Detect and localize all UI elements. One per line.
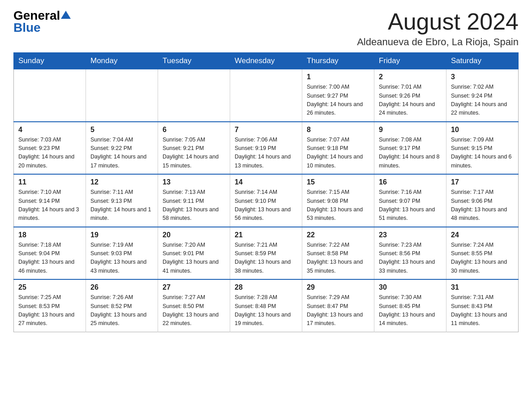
day-info: Sunrise: 7:07 AM Sunset: 9:18 PM Dayligh… [307,136,369,171]
day-cell: 20Sunrise: 7:20 AM Sunset: 9:01 PM Dayli… [158,227,230,280]
header-sunday: Sunday [14,53,86,69]
day-info: Sunrise: 7:18 AM Sunset: 9:04 PM Dayligh… [18,241,81,276]
day-info: Sunrise: 7:23 AM Sunset: 8:56 PM Dayligh… [379,241,442,276]
day-number: 14 [235,178,297,186]
day-number: 1 [307,73,369,81]
day-cell: 10Sunrise: 7:09 AM Sunset: 9:15 PM Dayli… [446,122,519,175]
day-cell: 25Sunrise: 7:25 AM Sunset: 8:53 PM Dayli… [14,279,86,332]
day-number: 3 [451,73,514,81]
svg-marker-0 [61,11,71,19]
calendar-table: SundayMondayTuesdayWednesdayThursdayFrid… [13,52,519,332]
day-info: Sunrise: 7:05 AM Sunset: 9:21 PM Dayligh… [163,136,225,171]
day-info: Sunrise: 7:28 AM Sunset: 8:48 PM Dayligh… [235,293,297,328]
day-cell: 11Sunrise: 7:10 AM Sunset: 9:14 PM Dayli… [14,174,86,227]
week-row-1: 1Sunrise: 7:00 AM Sunset: 9:27 PM Daylig… [14,69,519,122]
logo-blue: Blue [13,21,71,35]
day-cell: 1Sunrise: 7:00 AM Sunset: 9:27 PM Daylig… [302,69,374,122]
day-info: Sunrise: 7:24 AM Sunset: 8:55 PM Dayligh… [451,241,514,276]
day-number: 16 [379,178,442,186]
day-number: 30 [379,283,442,291]
day-info: Sunrise: 7:17 AM Sunset: 9:06 PM Dayligh… [451,188,514,223]
day-number: 2 [379,73,442,81]
title-block: August 2024 Aldeanueva de Ebro, La Rioja… [357,9,519,48]
day-cell: 12Sunrise: 7:11 AM Sunset: 9:13 PM Dayli… [86,174,158,227]
day-number: 18 [18,231,81,239]
day-cell: 7Sunrise: 7:06 AM Sunset: 9:19 PM Daylig… [230,122,302,175]
header-saturday: Saturday [446,53,519,69]
day-number: 10 [451,126,514,134]
day-info: Sunrise: 7:02 AM Sunset: 9:24 PM Dayligh… [451,83,514,118]
day-info: Sunrise: 7:20 AM Sunset: 9:01 PM Dayligh… [163,241,225,276]
day-cell: 13Sunrise: 7:13 AM Sunset: 9:11 PM Dayli… [158,174,230,227]
day-cell [230,69,302,122]
day-cell: 18Sunrise: 7:18 AM Sunset: 9:04 PM Dayli… [14,227,86,280]
day-info: Sunrise: 7:31 AM Sunset: 8:43 PM Dayligh… [451,293,514,328]
day-info: Sunrise: 7:26 AM Sunset: 8:52 PM Dayligh… [90,293,153,328]
week-row-4: 18Sunrise: 7:18 AM Sunset: 9:04 PM Dayli… [14,227,519,280]
day-info: Sunrise: 7:00 AM Sunset: 9:27 PM Dayligh… [307,83,369,118]
day-cell: 30Sunrise: 7:30 AM Sunset: 8:45 PM Dayli… [374,279,446,332]
day-number: 24 [451,231,514,239]
day-info: Sunrise: 7:29 AM Sunset: 8:47 PM Dayligh… [307,293,369,328]
day-number: 9 [379,126,442,134]
day-info: Sunrise: 7:04 AM Sunset: 9:22 PM Dayligh… [90,136,153,171]
day-number: 28 [235,283,297,291]
day-number: 22 [307,231,369,239]
day-cell: 31Sunrise: 7:31 AM Sunset: 8:43 PM Dayli… [446,279,519,332]
week-row-3: 11Sunrise: 7:10 AM Sunset: 9:14 PM Dayli… [14,174,519,227]
day-number: 26 [90,283,153,291]
day-info: Sunrise: 7:15 AM Sunset: 9:08 PM Dayligh… [307,188,369,223]
day-cell: 14Sunrise: 7:14 AM Sunset: 9:10 PM Dayli… [230,174,302,227]
day-cell: 29Sunrise: 7:29 AM Sunset: 8:47 PM Dayli… [302,279,374,332]
day-cell: 8Sunrise: 7:07 AM Sunset: 9:18 PM Daylig… [302,122,374,175]
day-info: Sunrise: 7:10 AM Sunset: 9:14 PM Dayligh… [18,188,81,223]
day-cell: 27Sunrise: 7:27 AM Sunset: 8:50 PM Dayli… [158,279,230,332]
day-cell: 16Sunrise: 7:16 AM Sunset: 9:07 PM Dayli… [374,174,446,227]
day-info: Sunrise: 7:01 AM Sunset: 9:26 PM Dayligh… [379,83,442,118]
day-number: 21 [235,231,297,239]
day-cell: 24Sunrise: 7:24 AM Sunset: 8:55 PM Dayli… [446,227,519,280]
day-cell: 26Sunrise: 7:26 AM Sunset: 8:52 PM Dayli… [86,279,158,332]
day-number: 5 [90,126,153,134]
day-number: 4 [18,126,81,134]
day-number: 13 [163,178,225,186]
day-number: 25 [18,283,81,291]
day-cell: 9Sunrise: 7:08 AM Sunset: 9:17 PM Daylig… [374,122,446,175]
location-title: Aldeanueva de Ebro, La Rioja, Spain [357,36,519,48]
day-info: Sunrise: 7:27 AM Sunset: 8:50 PM Dayligh… [163,293,225,328]
day-cell: 21Sunrise: 7:21 AM Sunset: 8:59 PM Dayli… [230,227,302,280]
day-cell: 2Sunrise: 7:01 AM Sunset: 9:26 PM Daylig… [374,69,446,122]
day-info: Sunrise: 7:06 AM Sunset: 9:19 PM Dayligh… [235,136,297,171]
day-cell: 6Sunrise: 7:05 AM Sunset: 9:21 PM Daylig… [158,122,230,175]
week-row-5: 25Sunrise: 7:25 AM Sunset: 8:53 PM Dayli… [14,279,519,332]
day-cell [14,69,86,122]
day-number: 23 [379,231,442,239]
day-number: 12 [90,178,153,186]
day-number: 7 [235,126,297,134]
month-title: August 2024 [357,9,519,34]
day-info: Sunrise: 7:22 AM Sunset: 8:58 PM Dayligh… [307,241,369,276]
day-info: Sunrise: 7:03 AM Sunset: 9:23 PM Dayligh… [18,136,81,171]
header-wednesday: Wednesday [230,53,302,69]
day-number: 31 [451,283,514,291]
day-number: 27 [163,283,225,291]
day-info: Sunrise: 7:25 AM Sunset: 8:53 PM Dayligh… [18,293,81,328]
day-number: 11 [18,178,81,186]
day-number: 15 [307,178,369,186]
day-cell: 3Sunrise: 7:02 AM Sunset: 9:24 PM Daylig… [446,69,519,122]
header-tuesday: Tuesday [158,53,230,69]
day-cell: 5Sunrise: 7:04 AM Sunset: 9:22 PM Daylig… [86,122,158,175]
day-cell [86,69,158,122]
day-cell: 28Sunrise: 7:28 AM Sunset: 8:48 PM Dayli… [230,279,302,332]
logo-triangle-icon [61,10,71,20]
day-cell: 23Sunrise: 7:23 AM Sunset: 8:56 PM Dayli… [374,227,446,280]
day-info: Sunrise: 7:13 AM Sunset: 9:11 PM Dayligh… [163,188,225,223]
day-info: Sunrise: 7:16 AM Sunset: 9:07 PM Dayligh… [379,188,442,223]
day-info: Sunrise: 7:09 AM Sunset: 9:15 PM Dayligh… [451,136,514,171]
day-cell: 17Sunrise: 7:17 AM Sunset: 9:06 PM Dayli… [446,174,519,227]
day-number: 20 [163,231,225,239]
week-row-2: 4Sunrise: 7:03 AM Sunset: 9:23 PM Daylig… [14,122,519,175]
day-info: Sunrise: 7:08 AM Sunset: 9:17 PM Dayligh… [379,136,442,171]
day-cell: 15Sunrise: 7:15 AM Sunset: 9:08 PM Dayli… [302,174,374,227]
logo: General Blue [13,9,71,35]
